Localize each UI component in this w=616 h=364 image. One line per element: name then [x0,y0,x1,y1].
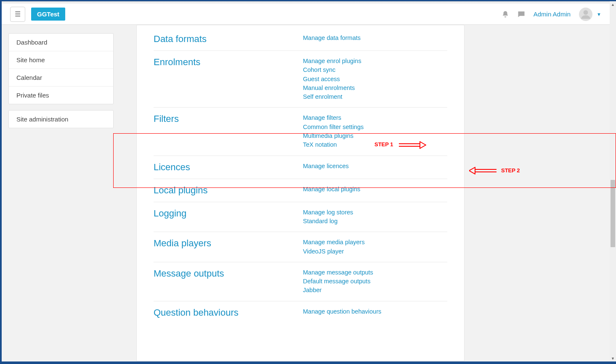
section-row: Question behavioursManage question behav… [154,301,447,324]
section-link[interactable]: Jabber [303,286,447,294]
section-link[interactable]: Guest access [303,75,447,83]
annotation-step2-label: STEP 2 [501,167,520,174]
section-link[interactable]: Manage enrol plugins [303,57,447,65]
sidebar-admin-nav: Site administration [8,110,114,128]
brand-logo[interactable]: GGTest [31,8,65,21]
user-name-link[interactable]: Admin Admin [534,11,571,18]
section-links: Manage log storesStandard log [303,208,447,226]
hamburger-button[interactable]: ☰ [10,7,25,22]
section-links: Manage local plugins [303,185,447,196]
section-heading[interactable]: Enrolments [154,57,303,101]
section-row: FiltersManage filtersCommon filter setti… [154,107,447,155]
section-link[interactable]: Cohort sync [303,66,447,74]
navbar-right: Admin Admin ▼ [502,8,601,21]
section-link[interactable]: Manage message outputs [303,268,447,277]
section-row: Media playersManage media playersVideoJS… [154,232,447,262]
sidebar-item-dashboard[interactable]: Dashboard [9,34,113,51]
app-frame: ☰ GGTest Admin Admin ▼ Dashboard Site ho… [2,1,610,361]
navbar-left: ☰ GGTest [10,7,65,22]
section-links: Manage data formats [303,34,447,45]
sidebar-item-site-home[interactable]: Site home [9,51,113,69]
section-link[interactable]: Common filter settings [303,123,447,131]
section-link[interactable]: Manage filters [303,113,447,122]
section-links: Manage media playersVideoJS player [303,238,447,256]
section-links: Manage message outputsDefault message ou… [303,268,447,295]
page-body: Dashboard Site home Calendar Private fil… [2,25,610,361]
sidebar-item-private-files[interactable]: Private files [9,87,113,104]
section-link[interactable]: Multimedia plugins [303,132,447,140]
section-link[interactable]: Default message outputs [303,277,447,285]
svg-marker-6 [469,167,475,174]
annotation-arrow2-icon [469,167,497,176]
hamburger-icon: ☰ [15,10,21,18]
sidebar-main-nav: Dashboard Site home Calendar Private fil… [8,33,114,104]
section-heading[interactable]: Licences [154,162,303,173]
dropdown-caret-icon[interactable]: ▼ [597,12,601,17]
sidebar-item-site-administration[interactable]: Site administration [9,111,113,128]
section-row: LoggingManage log storesStandard log [154,202,447,232]
main-wrap: STEP 1 STEP 2 Data formatsManage data fo… [128,25,601,361]
section-row: Data formatsManage data formats [154,25,447,50]
section-link[interactable]: Manage question behaviours [303,307,447,316]
section-heading[interactable]: Local plugins [154,185,303,196]
content-card: Data formatsManage data formatsEnrolment… [136,25,465,361]
svg-point-0 [584,10,588,15]
section-link[interactable]: Manual enrolments [303,84,447,92]
section-link[interactable]: VideoJS player [303,247,447,256]
scrollbar-up-icon[interactable]: ▲ [610,1,616,8]
section-links: Manage enrol pluginsCohort syncGuest acc… [303,57,447,101]
section-heading[interactable]: Logging [154,208,303,226]
sidebar-item-calendar[interactable]: Calendar [9,69,113,87]
section-links: Manage filtersCommon filter settingsMult… [303,113,447,149]
section-heading[interactable]: Filters [154,113,303,149]
avatar[interactable] [579,8,592,21]
section-row: LicencesManage licences [154,156,447,179]
section-heading[interactable]: Media players [154,238,303,256]
section-link[interactable]: Manage licences [303,162,447,170]
top-shadow [2,1,610,3]
section-row: Local pluginsManage local plugins [154,179,447,202]
notifications-icon[interactable] [502,11,509,18]
section-row: Message outputsManage message outputsDef… [154,262,447,301]
section-heading[interactable]: Message outputs [154,268,303,295]
section-heading[interactable]: Question behaviours [154,307,303,318]
section-link[interactable]: TeX notation [303,140,447,149]
section-links: Manage licences [303,162,447,173]
section-row: EnrolmentsManage enrol pluginsCohort syn… [154,50,447,107]
section-heading[interactable]: Data formats [154,34,303,45]
section-link[interactable]: Manage local plugins [303,185,447,193]
sidebar: Dashboard Site home Calendar Private fil… [2,25,119,361]
scrollbar-track[interactable]: ▲ ▼ [610,1,616,361]
section-link[interactable]: Manage data formats [303,34,447,42]
section-link[interactable]: Standard log [303,217,447,225]
section-links: Manage question behaviours [303,307,447,318]
section-link[interactable]: Manage log stores [303,208,447,216]
main-area: STEP 1 STEP 2 Data formatsManage data fo… [119,25,610,361]
navbar: ☰ GGTest Admin Admin ▼ [2,4,610,25]
scrollbar-down-icon[interactable]: ▼ [610,355,616,361]
section-link[interactable]: Manage media players [303,238,447,246]
messages-icon[interactable] [518,11,525,18]
scrollbar-thumb[interactable] [611,180,615,247]
section-link[interactable]: Self enrolment [303,92,447,101]
